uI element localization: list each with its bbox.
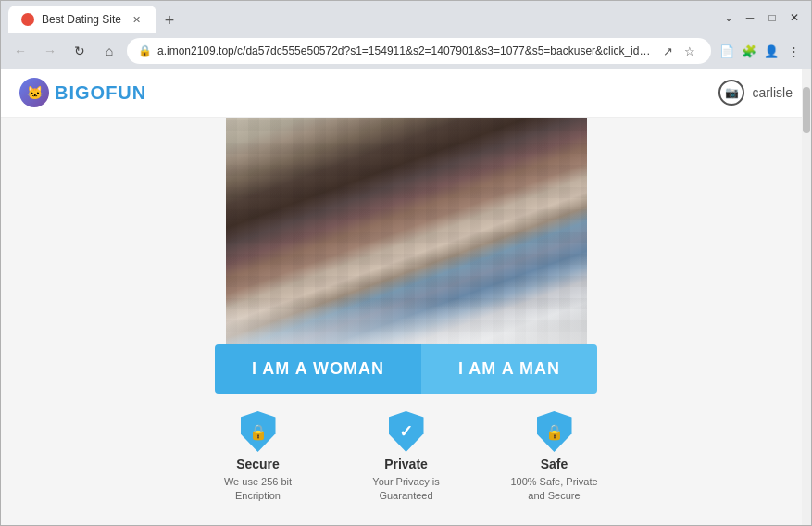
star-icon[interactable]: ☆ bbox=[680, 41, 700, 61]
private-desc: Your Privacy is Guaranteed bbox=[360, 475, 453, 504]
safe-shield: 🔒 bbox=[536, 410, 573, 453]
trust-item-secure: 🔒 Secure We use 256 bit Encription bbox=[212, 410, 305, 504]
logo-suffix: FUN bbox=[106, 82, 146, 103]
lock-icon: 🔒 bbox=[138, 44, 152, 57]
close-button[interactable]: ✕ bbox=[785, 8, 804, 27]
private-title: Private bbox=[384, 457, 428, 471]
safe-desc: 100% Safe, Private and Secure bbox=[508, 475, 601, 504]
username-label: carlisle bbox=[752, 85, 793, 100]
trust-item-private: ✓ Private Your Privacy is Guaranteed bbox=[360, 410, 453, 504]
profile-icon[interactable]: 👤 bbox=[761, 41, 781, 61]
reader-mode-icon[interactable]: 📄 bbox=[717, 41, 737, 61]
safe-title: Safe bbox=[541, 457, 568, 471]
camera-icon: 📷 bbox=[718, 80, 744, 106]
logo-emoji: 🐱 bbox=[27, 85, 43, 100]
tab-close-button[interactable]: ✕ bbox=[129, 12, 144, 27]
active-tab[interactable]: Best Dating Site ✕ bbox=[8, 6, 156, 33]
private-shield: ✓ bbox=[388, 410, 425, 453]
share-icon[interactable]: ↗ bbox=[657, 41, 678, 61]
window-controls: ⌄ ─ □ ✕ bbox=[720, 8, 804, 27]
webpage: 🐱 BIGOFUN 📷 carlisle I bbox=[1, 69, 811, 525]
secure-shield: 🔒 bbox=[240, 410, 277, 453]
shield-shape-private: ✓ bbox=[389, 411, 424, 452]
logo-area: 🐱 BIGOFUN bbox=[19, 78, 146, 107]
trust-row: 🔒 Secure We use 256 bit Encription ✓ Pri… bbox=[194, 410, 619, 504]
address-bar: ← → ↻ ⌂ 🔒 a.imon2109.top/c/da57dc555e505… bbox=[1, 33, 811, 69]
secure-title: Secure bbox=[236, 457, 280, 471]
shield-shape-safe: 🔒 bbox=[537, 411, 572, 452]
photo-container bbox=[226, 118, 587, 354]
refresh-button[interactable]: ↻ bbox=[68, 39, 92, 63]
i-am-a-woman-button[interactable]: I AM A WOMAN bbox=[215, 344, 421, 394]
address-bar-icons: ↗ ☆ bbox=[657, 41, 700, 61]
gender-buttons-row: I AM A WOMAN I AM A MAN bbox=[215, 344, 597, 394]
tab-title: Best Dating Site bbox=[42, 13, 121, 26]
main-content: I AM A WOMAN I AM A MAN 🔒 Secure We use … bbox=[1, 118, 811, 525]
user-area: 📷 carlisle bbox=[718, 80, 793, 106]
title-bar: Best Dating Site ✕ + ⌄ ─ □ ✕ bbox=[1, 1, 811, 33]
logo-prefix: BIGO bbox=[55, 82, 106, 103]
scrollbar-thumb[interactable] bbox=[803, 87, 810, 133]
scrollbar[interactable] bbox=[802, 69, 811, 525]
i-am-a-man-button[interactable]: I AM A MAN bbox=[421, 344, 597, 394]
profile-photo bbox=[226, 118, 587, 354]
secure-desc: We use 256 bit Encription bbox=[212, 475, 305, 504]
trust-item-safe: 🔒 Safe 100% Safe, Private and Secure bbox=[508, 410, 601, 504]
extensions-icon[interactable]: 🧩 bbox=[739, 41, 759, 61]
maximize-button[interactable]: □ bbox=[763, 8, 781, 27]
logo-icon: 🐱 bbox=[19, 78, 49, 107]
site-header: 🐱 BIGOFUN 📷 carlisle bbox=[1, 69, 811, 118]
tab-favicon bbox=[21, 13, 34, 26]
tab-bar: Best Dating Site ✕ + bbox=[8, 1, 717, 33]
browser-window: Best Dating Site ✕ + ⌄ ─ □ ✕ ← → ↻ ⌂ 🔒 a… bbox=[0, 0, 812, 526]
minimize-button[interactable]: ─ bbox=[741, 8, 759, 27]
toolbar-right: 📄 🧩 👤 ⋮ bbox=[717, 41, 804, 61]
shield-shape-secure: 🔒 bbox=[241, 411, 276, 452]
home-button[interactable]: ⌂ bbox=[97, 39, 121, 63]
forward-button[interactable]: → bbox=[38, 39, 62, 63]
menu-icon[interactable]: ⋮ bbox=[783, 41, 804, 61]
url-text: a.imon2109.top/c/da57dc555e50572d?s1=154… bbox=[157, 44, 652, 57]
new-tab-button[interactable]: + bbox=[156, 7, 182, 33]
address-bar-input[interactable]: 🔒 a.imon2109.top/c/da57dc555e50572d?s1=1… bbox=[127, 38, 711, 64]
logo-text: BIGOFUN bbox=[55, 82, 146, 104]
chevron-up-icon: ⌄ bbox=[720, 9, 737, 26]
back-button[interactable]: ← bbox=[8, 39, 32, 63]
